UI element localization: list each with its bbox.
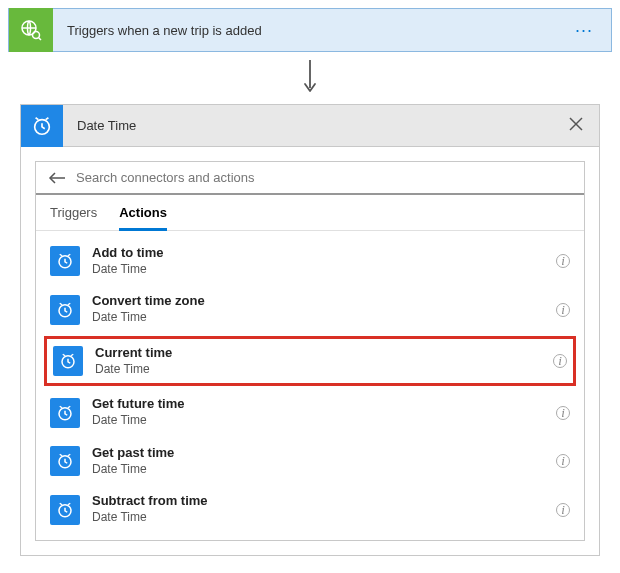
info-icon[interactable]: i (556, 503, 570, 517)
action-title: Subtract from time (92, 493, 544, 510)
trigger-title: Triggers when a new trip is added (67, 23, 567, 38)
action-current-time[interactable]: Current time Date Time i (47, 339, 573, 383)
action-subtract-from-time[interactable]: Subtract from time Date Time i (36, 485, 584, 533)
clock-icon (50, 446, 80, 476)
info-icon[interactable]: i (556, 454, 570, 468)
action-subtitle: Date Time (92, 462, 544, 478)
tabs: Triggers Actions (36, 195, 584, 231)
action-title: Current time (95, 345, 541, 362)
flow-arrow-icon (8, 52, 612, 104)
action-text: Subtract from time Date Time (92, 493, 544, 525)
action-list: Add to time Date Time i Convert time zon… (36, 231, 584, 540)
action-subtitle: Date Time (92, 262, 544, 278)
highlight-box: Current time Date Time i (44, 336, 576, 386)
clock-icon (50, 246, 80, 276)
info-icon[interactable]: i (556, 254, 570, 268)
panel-body: Triggers Actions Add to time Date Time i (21, 147, 599, 555)
close-icon[interactable] (565, 113, 587, 138)
info-icon[interactable]: i (553, 354, 567, 368)
svg-point-1 (33, 32, 40, 39)
svg-line-2 (39, 38, 42, 41)
clock-icon (53, 346, 83, 376)
action-title: Add to time (92, 245, 544, 262)
info-icon[interactable]: i (556, 406, 570, 420)
inner-box: Triggers Actions Add to time Date Time i (35, 161, 585, 541)
action-text: Get past time Date Time (92, 445, 544, 477)
clock-icon (21, 105, 63, 147)
tab-actions[interactable]: Actions (119, 205, 167, 231)
search-input[interactable] (76, 170, 572, 185)
action-subtitle: Date Time (92, 413, 544, 429)
action-subtitle: Date Time (95, 362, 541, 378)
info-icon[interactable]: i (556, 303, 570, 317)
action-title: Convert time zone (92, 293, 544, 310)
action-subtitle: Date Time (92, 510, 544, 526)
clock-icon (50, 398, 80, 428)
action-text: Get future time Date Time (92, 396, 544, 428)
panel-header: Date Time (21, 105, 599, 147)
action-text: Convert time zone Date Time (92, 293, 544, 325)
action-text: Current time Date Time (95, 345, 541, 377)
trigger-card[interactable]: Triggers when a new trip is added ··· (8, 8, 612, 52)
globe-search-icon (9, 8, 53, 52)
back-arrow-icon[interactable] (48, 171, 66, 185)
panel-title: Date Time (77, 118, 565, 133)
more-icon[interactable]: ··· (567, 16, 601, 45)
clock-icon (50, 495, 80, 525)
action-convert-time-zone[interactable]: Convert time zone Date Time i (36, 285, 584, 333)
action-add-to-time[interactable]: Add to time Date Time i (36, 237, 584, 285)
action-title: Get future time (92, 396, 544, 413)
tab-triggers[interactable]: Triggers (50, 205, 97, 230)
action-get-past-time[interactable]: Get past time Date Time i (36, 437, 584, 485)
search-row (36, 162, 584, 195)
action-title: Get past time (92, 445, 544, 462)
action-get-future-time[interactable]: Get future time Date Time i (36, 388, 584, 436)
clock-icon (50, 295, 80, 325)
action-panel: Date Time Triggers Actions (20, 104, 600, 556)
action-subtitle: Date Time (92, 310, 544, 326)
action-text: Add to time Date Time (92, 245, 544, 277)
